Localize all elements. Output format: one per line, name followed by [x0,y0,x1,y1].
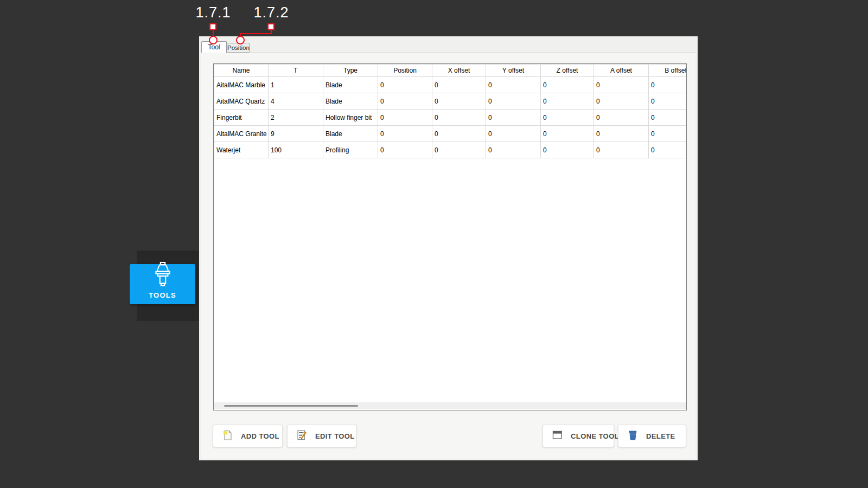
trash-icon [627,429,639,443]
column-header-type: Type [323,65,378,77]
annotation-label-1: 1.7.1 [181,4,246,21]
cell-name[interactable]: AitalMAC Quartz [214,93,269,110]
cell-y-offset[interactable]: 0 [486,77,541,93]
annotation-circle-2 [236,36,245,44]
edit-tool-label: EDIT TOOL [315,432,355,440]
cell-position[interactable]: 0 [378,77,432,93]
cell-x-offset[interactable]: 0 [432,110,486,126]
tool-table-grid: Name T Type Position X offset Y offset Z… [214,64,687,158]
clone-tool-label: CLONE TOOL [571,432,619,440]
edit-pencil-icon [296,429,308,443]
add-tool-button[interactable]: ADD TOOL [213,425,283,447]
cnc-toolholder-icon [152,262,173,289]
cell-b-offset[interactable]: 0 [649,110,687,126]
cell-a-offset[interactable]: 0 [594,110,649,126]
window-icon [551,429,564,443]
cell-position[interactable]: 0 [378,142,432,158]
column-header-z-offset: Z offset [541,65,594,77]
cell-name[interactable]: Waterjet [214,142,269,158]
cell-y-offset[interactable]: 0 [486,93,541,110]
annotation-line-2-horizontal [240,33,272,34]
cell-type[interactable]: Blade [323,126,378,142]
cell-type[interactable]: Blade [323,93,378,110]
cell-t[interactable]: 1 [269,77,323,93]
clone-tool-button[interactable]: CLONE TOOL [542,425,614,447]
add-tool-label: ADD TOOL [241,432,279,440]
cell-z-offset[interactable]: 0 [541,110,594,126]
column-header-a-offset: A offset [594,65,649,77]
cell-t[interactable]: 2 [269,110,323,126]
column-header-y-offset: Y offset [486,65,541,77]
column-header-b-offset: B offset [649,65,687,77]
column-header-name: Name [214,65,269,77]
cell-type[interactable]: Hollow finger bit [323,110,378,126]
cell-a-offset[interactable]: 0 [594,93,649,110]
cell-position[interactable]: 0 [378,110,432,126]
delete-tool-label: DELETE [646,432,675,440]
cell-x-offset[interactable]: 0 [432,142,486,158]
tool-table: Name T Type Position X offset Y offset Z… [213,63,687,410]
cell-z-offset[interactable]: 0 [541,77,594,93]
cell-z-offset[interactable]: 0 [541,126,594,142]
cell-type[interactable]: Blade [323,77,378,93]
cell-a-offset[interactable]: 0 [594,77,649,93]
cell-y-offset[interactable]: 0 [486,142,541,158]
cell-t[interactable]: 4 [269,93,323,110]
table-header-row: Name T Type Position X offset Y offset Z… [214,65,687,77]
annotation-circle-1 [209,36,218,44]
table-row[interactable]: AitalMAC Marble 1 Blade 0 0 0 0 0 0 [214,77,687,93]
cell-b-offset[interactable]: 0 [649,77,687,93]
cell-b-offset[interactable]: 0 [649,126,687,142]
cell-x-offset[interactable]: 0 [432,77,486,93]
tools-button-label: TOOLS [149,291,176,299]
table-row[interactable]: Fingerbit 2 Hollow finger bit 0 0 0 0 0 … [214,110,687,126]
column-header-x-offset: X offset [432,65,486,77]
edit-tool-button[interactable]: EDIT TOOL [287,425,356,447]
tools-panel: Tool Position Name T Type Position X off… [199,36,698,460]
cell-a-offset[interactable]: 0 [594,142,649,158]
column-header-t: T [269,65,323,77]
cell-x-offset[interactable]: 0 [432,93,486,110]
cell-b-offset[interactable]: 0 [649,93,687,110]
cell-name[interactable]: Fingerbit [214,110,269,126]
cell-x-offset[interactable]: 0 [432,126,486,142]
cell-position[interactable]: 0 [378,93,432,110]
horizontal-scrollbar[interactable] [214,402,686,409]
delete-tool-button[interactable]: DELETE [618,425,686,447]
column-header-position: Position [378,65,432,77]
cell-b-offset[interactable]: 0 [649,142,687,158]
cell-t[interactable]: 100 [269,142,323,158]
cell-name[interactable]: AitalMAC Granite [214,126,269,142]
cell-type[interactable]: Profiling [323,142,378,158]
table-row[interactable]: AitalMAC Quartz 4 Blade 0 0 0 0 0 0 [214,93,687,110]
cell-name[interactable]: AitalMAC Marble [214,77,269,93]
cell-y-offset[interactable]: 0 [486,110,541,126]
cell-z-offset[interactable]: 0 [541,93,594,110]
cell-position[interactable]: 0 [378,126,432,142]
new-document-icon [221,429,234,443]
table-row[interactable]: Waterjet 100 Profiling 0 0 0 0 0 0 [214,142,687,158]
screen: 1.7.1 1.7.2 TOOLS Tool Position [0,0,868,488]
tools-button[interactable]: TOOLS [130,264,195,304]
cell-z-offset[interactable]: 0 [541,142,594,158]
cell-a-offset[interactable]: 0 [594,126,649,142]
tab-position[interactable]: Position [227,43,250,53]
annotation-label-2: 1.7.2 [239,4,304,21]
horizontal-scrollbar-thumb[interactable] [224,405,358,407]
cell-y-offset[interactable]: 0 [486,126,541,142]
table-row[interactable]: AitalMAC Granite 9 Blade 0 0 0 0 0 0 [214,126,687,142]
cell-t[interactable]: 9 [269,126,323,142]
